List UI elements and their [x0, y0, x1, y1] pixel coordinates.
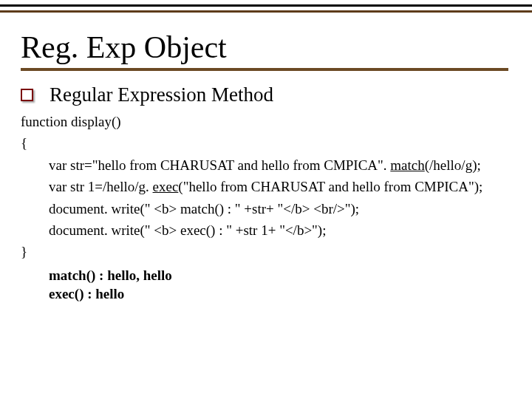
title-underline [21, 68, 508, 71]
code-line: var str 1=/hello/g. exec("hello from CHA… [21, 176, 511, 197]
output-line: match() : hello, hello [49, 266, 511, 285]
code-text: var str 1=/hello/g. [49, 179, 153, 194]
output-line: exec() : hello [49, 284, 511, 304]
code-method-match: match [390, 157, 424, 173]
code-line: } [21, 241, 511, 262]
top-border [0, 4, 532, 14]
code-text: var str="hello from CHARUSAT and hello f… [49, 157, 390, 173]
code-line: function display() [21, 111, 511, 132]
bullet-text: Regular Expression Method [50, 84, 273, 106]
square-bullet-icon [21, 89, 33, 101]
code-text: ("hello from CHARUSAT and hello from CMP… [178, 179, 482, 194]
slide: Reg. Exp Object Regular Expression Metho… [0, 0, 532, 399]
output-block: match() : hello, hello exec() : hello [21, 266, 511, 304]
slide-title: Reg. Exp Object [21, 31, 511, 64]
code-line: { [21, 132, 511, 154]
code-method-exec: exec [153, 179, 179, 194]
title-block: Reg. Exp Object [21, 31, 511, 71]
code-line: document. write(" <b> match() : " +str+ … [21, 198, 511, 219]
bullet-row: Regular Expression Method [21, 84, 511, 106]
code-block: function display() { var str="hello from… [21, 111, 511, 263]
code-line: document. write(" <b> exec() : " +str 1+… [21, 219, 511, 241]
code-text: (/hello/g); [425, 157, 481, 173]
code-line: var str="hello from CHARUSAT and hello f… [21, 154, 511, 176]
